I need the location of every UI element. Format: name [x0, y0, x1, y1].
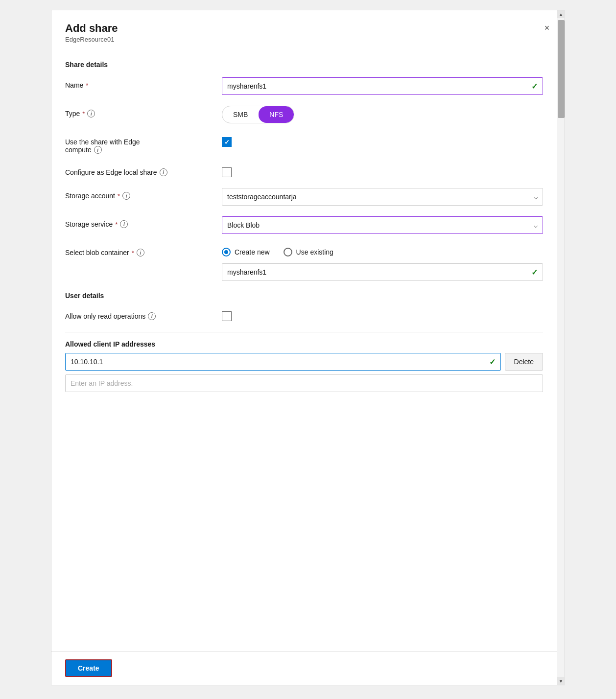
- edge-local-checkbox-area: [222, 164, 543, 177]
- scroll-down-arrow[interactable]: ▼: [557, 677, 565, 685]
- create-button[interactable]: Create: [65, 659, 112, 677]
- storage-account-required-star: *: [118, 192, 120, 200]
- edge-compute-checkbox-container: ✓: [222, 137, 543, 147]
- edge-local-row: Configure as Edge local share i: [65, 164, 543, 177]
- blob-container-options-area: Create new Use existing mysharenfs1 ✓: [222, 245, 543, 281]
- storage-service-info-icon[interactable]: i: [120, 220, 128, 228]
- scrollbar[interactable]: ▲ ▼: [557, 10, 565, 685]
- type-field-row: Type * i SMB NFS: [65, 106, 543, 123]
- blob-container-row: Select blob container * i Create new Use…: [65, 245, 543, 281]
- ip-empty-row: Enter an IP address.: [65, 374, 543, 392]
- edge-compute-row: Use the share with Edge compute i ✓: [65, 134, 543, 154]
- blob-container-input[interactable]: mysharenfs1 ✓: [222, 263, 543, 281]
- read-only-row: Allow only read operations i: [65, 308, 543, 321]
- blob-container-info-icon[interactable]: i: [137, 249, 144, 256]
- storage-service-dropdown[interactable]: Block Blob ⌵: [222, 216, 543, 234]
- use-existing-radio[interactable]: [284, 248, 292, 256]
- read-only-info-icon[interactable]: i: [148, 312, 156, 320]
- type-info-icon[interactable]: i: [87, 110, 95, 117]
- name-required-star: *: [86, 82, 88, 89]
- name-input[interactable]: mysharenfs1 ✓: [222, 77, 543, 95]
- name-label: Name *: [65, 77, 222, 89]
- blob-container-valid-icon: ✓: [531, 268, 538, 277]
- storage-account-row: Storage account * i teststorageaccountar…: [65, 188, 543, 206]
- storage-service-label: Storage service * i: [65, 216, 222, 228]
- panel-title: Add share: [65, 22, 551, 35]
- edge-compute-info-icon[interactable]: i: [94, 146, 102, 154]
- type-label: Type * i: [65, 106, 222, 117]
- name-input-area: mysharenfs1 ✓: [222, 77, 543, 95]
- edge-local-info-icon[interactable]: i: [160, 168, 167, 176]
- add-share-panel: ▲ ▼ Add share EdgeResource01 × Share det…: [51, 10, 565, 685]
- type-smb-button[interactable]: SMB: [222, 106, 259, 123]
- panel-content: Share details Name * mysharenfs1 ✓ Type …: [51, 49, 565, 651]
- create-new-radio[interactable]: [222, 248, 231, 256]
- ip-addresses-title: Allowed client IP addresses: [65, 340, 543, 348]
- read-only-checkbox[interactable]: [222, 311, 232, 321]
- edge-compute-check-icon: ✓: [224, 139, 230, 146]
- type-required-star: *: [82, 110, 85, 117]
- ip-input-filled[interactable]: 10.10.10.1 ✓: [65, 353, 501, 371]
- storage-account-chevron-icon: ⌵: [534, 193, 538, 201]
- edge-compute-checkbox-area: ✓: [222, 134, 543, 147]
- storage-account-info-icon[interactable]: i: [122, 192, 130, 200]
- blob-container-label: Select blob container * i: [65, 245, 222, 256]
- panel-footer: Create: [51, 651, 565, 685]
- share-details-section-label: Share details: [65, 61, 543, 69]
- storage-account-dropdown-area: teststorageaccountarja ⌵: [222, 188, 543, 206]
- blob-container-required-star: *: [132, 249, 134, 256]
- edge-compute-checkbox[interactable]: ✓: [222, 137, 232, 147]
- storage-account-label: Storage account * i: [65, 188, 222, 200]
- use-existing-label: Use existing: [296, 248, 333, 256]
- name-valid-icon: ✓: [531, 82, 538, 91]
- edge-local-checkbox[interactable]: [222, 167, 232, 177]
- delete-button[interactable]: Delete: [505, 353, 543, 371]
- ip-entry-row: 10.10.10.1 ✓ Delete: [65, 353, 543, 371]
- ip-valid-icon: ✓: [489, 357, 496, 367]
- panel-header: Add share EdgeResource01 ×: [51, 10, 565, 49]
- divider: [65, 332, 543, 332]
- storage-service-dropdown-area: Block Blob ⌵: [222, 216, 543, 234]
- read-only-label: Allow only read operations i: [65, 308, 222, 320]
- edge-local-label: Configure as Edge local share i: [65, 164, 222, 176]
- edge-compute-label: Use the share with Edge compute i: [65, 134, 222, 154]
- name-field-row: Name * mysharenfs1 ✓: [65, 77, 543, 95]
- ip-input-empty[interactable]: Enter an IP address.: [65, 374, 543, 392]
- use-existing-option[interactable]: Use existing: [284, 248, 333, 256]
- user-details-section-label: User details: [65, 292, 543, 300]
- create-new-label: Create new: [235, 248, 270, 256]
- panel-subtitle: EdgeResource01: [65, 36, 551, 43]
- edge-local-checkbox-container: [222, 167, 543, 177]
- ip-addresses-section: Allowed client IP addresses 10.10.10.1 ✓…: [65, 340, 543, 392]
- read-only-checkbox-container: [222, 311, 543, 321]
- storage-service-required-star: *: [115, 221, 118, 228]
- close-button[interactable]: ×: [539, 20, 555, 36]
- blob-container-radio-group: Create new Use existing: [222, 245, 543, 256]
- create-new-option[interactable]: Create new: [222, 248, 270, 256]
- storage-account-dropdown[interactable]: teststorageaccountarja ⌵: [222, 188, 543, 206]
- storage-service-row: Storage service * i Block Blob ⌵: [65, 216, 543, 234]
- read-only-checkbox-area: [222, 308, 543, 321]
- type-toggle-group: SMB NFS: [222, 106, 294, 123]
- type-toggle-area: SMB NFS: [222, 106, 543, 123]
- type-nfs-button[interactable]: NFS: [259, 106, 294, 123]
- storage-service-chevron-icon: ⌵: [534, 221, 538, 229]
